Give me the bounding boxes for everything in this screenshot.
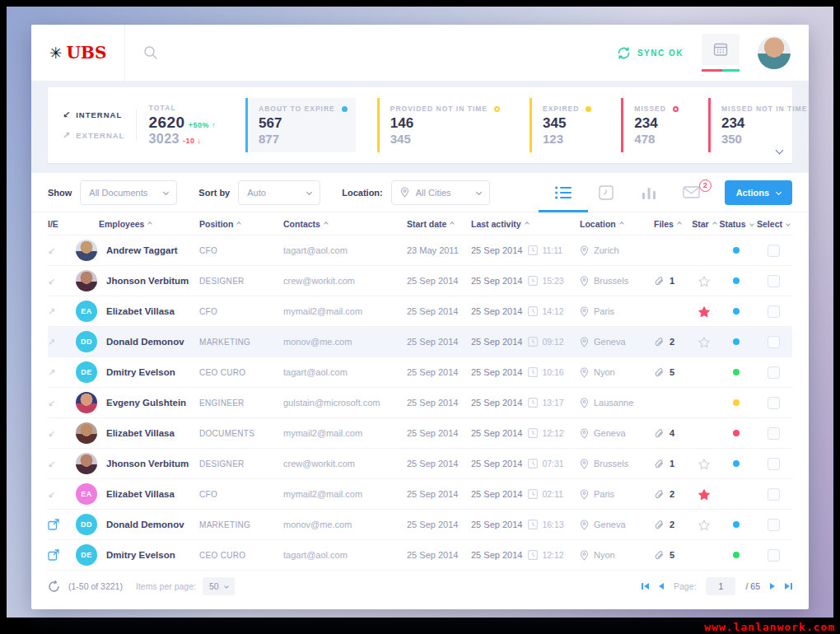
star-icon[interactable] <box>698 337 710 347</box>
stat-value: 146 <box>390 115 500 132</box>
column-header-star[interactable]: Star <box>690 219 718 229</box>
star-icon[interactable] <box>698 459 710 469</box>
ubs-logo[interactable]: ✳ UBS <box>31 25 125 81</box>
calendar-button[interactable] <box>702 34 740 72</box>
stat-card-provided-not-in-time[interactable]: PROVIDED NOT IN TIME 146 345 <box>377 98 508 152</box>
row-checkbox[interactable] <box>768 366 780 379</box>
internal-row[interactable]: ↙ INTERNAL <box>63 110 124 120</box>
column-header-contacts[interactable]: Contacts <box>283 219 407 229</box>
tab-mail-view[interactable]: 2 <box>670 173 713 212</box>
actions-button[interactable]: Actions <box>725 180 792 205</box>
external-arrow-icon: ↗ <box>48 367 55 378</box>
next-page-button[interactable] <box>770 583 775 590</box>
employee-name: Donald Demonov <box>106 520 184 529</box>
chevron-down-icon <box>163 189 169 195</box>
table-row[interactable]: ↗EAElizabet VillasaCFOmymail2@mail.com25… <box>48 296 792 327</box>
star-icon[interactable] <box>698 276 710 287</box>
sort-select[interactable]: Auto <box>238 180 320 205</box>
first-page-button[interactable] <box>642 583 649 590</box>
activity-time: 12:12 <box>542 550 563 560</box>
search-button[interactable] <box>143 45 158 60</box>
tab-chart-view[interactable] <box>628 173 670 212</box>
row-checkbox[interactable] <box>768 519 780 531</box>
row-checkbox[interactable] <box>768 245 780 257</box>
documents-select[interactable]: All Documents <box>80 180 177 205</box>
star-icon[interactable] <box>698 306 710 317</box>
employee-avatar <box>76 270 97 291</box>
next-page-icon <box>770 583 775 590</box>
envelope-icon <box>683 186 700 198</box>
row-checkbox[interactable] <box>768 458 780 470</box>
row-checkbox[interactable] <box>768 305 780 318</box>
table-row[interactable]: ↙EAElizabet VillasaCFOmymail2@mail.com25… <box>48 479 792 510</box>
clock-icon <box>528 337 538 347</box>
stats-band: ↙ INTERNAL ↗ EXTERNAL TOTAL 2620+50% ↑ 3… <box>31 81 809 173</box>
table-row[interactable]: DEDmitry EvelsonCEO CUROtagart@aol.com25… <box>48 540 792 571</box>
row-checkbox[interactable] <box>768 549 780 562</box>
clock-card-icon <box>599 185 614 200</box>
table-row[interactable]: ↗DDDonald DemonovMARKETINGmonov@me.com25… <box>48 327 792 357</box>
sync-button[interactable]: SYNC OK <box>617 46 684 60</box>
page-input[interactable] <box>706 577 735 595</box>
table-row[interactable]: ↙Evgeny GulshteinENGINEERgulstain@micros… <box>48 388 792 418</box>
column-header-employees[interactable]: Employees <box>76 219 199 229</box>
user-avatar[interactable] <box>758 36 791 69</box>
last-page-button[interactable] <box>785 583 792 590</box>
paperclip-icon <box>654 550 664 561</box>
table-row[interactable]: ↗DEDmitry EvelsonCEO CUROtagart@aol.com2… <box>48 357 792 388</box>
table-row[interactable]: ↙Jhonson VerbitumDESIGNERcrew@workit.com… <box>48 266 792 296</box>
location-pin-icon <box>580 306 589 317</box>
external-link-icon[interactable] <box>48 549 59 561</box>
row-checkbox[interactable] <box>768 427 780 440</box>
table-row[interactable]: ↙Elizabet VillasaDOCUMENTSmymail2@mail.c… <box>48 418 792 449</box>
items-per-page-select[interactable]: 50 <box>203 577 235 595</box>
stats-collapse-button[interactable] <box>777 142 782 156</box>
activity-date: 25 Sep 2014 <box>471 398 522 408</box>
column-header-files[interactable]: Files <box>654 219 690 229</box>
stat-card-missed-not-in-time[interactable]: MISSED NOT IN TIME 234 350 <box>708 98 809 152</box>
start-date: 25 Sep 2014 <box>407 398 471 408</box>
tab-timeline-view[interactable] <box>585 173 628 212</box>
column-header-select[interactable]: Select <box>754 219 792 229</box>
row-checkbox[interactable] <box>768 488 780 501</box>
ubs-keys-icon: ✳ <box>49 45 63 61</box>
employee-avatar <box>76 240 97 261</box>
column-header-last-activity[interactable]: Last activity <box>471 219 580 229</box>
column-header-position[interactable]: Position <box>199 219 283 229</box>
star-icon[interactable] <box>698 489 710 500</box>
prev-page-button[interactable] <box>659 583 664 590</box>
external-link-icon[interactable] <box>48 519 59 530</box>
stat-card-about-to-expire[interactable]: ABOUT TO EXPIRE 567 877 <box>245 98 356 152</box>
location-text: Geneva <box>594 428 626 438</box>
stat-card-expired[interactable]: EXPIRED 345 123 <box>530 98 600 152</box>
internal-arrow-icon: ↙ <box>48 489 55 500</box>
table-row[interactable]: ↙Jhonson VerbitumDESIGNERcrew@workit.com… <box>48 449 792 479</box>
table-row[interactable]: DDDonald DemonovMARKETINGmonov@me.com25 … <box>48 510 792 540</box>
clock-icon <box>528 367 538 377</box>
filter-bar: Show All Documents Sort by Auto Location… <box>31 173 809 212</box>
sort-desc-icon <box>749 221 754 226</box>
location-text: Geneva <box>594 520 626 529</box>
row-checkbox[interactable] <box>768 397 780 409</box>
column-header-status[interactable]: Status <box>718 219 754 229</box>
employee-avatar: DD <box>76 331 97 352</box>
employee-position: CFO <box>199 307 283 316</box>
column-header-location[interactable]: Location <box>580 219 654 229</box>
show-label: Show <box>48 188 72 198</box>
status-dot-blue <box>733 308 740 315</box>
stat-card-missed[interactable]: MISSED 234 478 <box>621 98 687 152</box>
stat-sub-value: 345 <box>390 132 500 146</box>
column-header-start-date[interactable]: Start date <box>407 219 471 229</box>
table-row[interactable]: ↙Andrew TaggartCFOtagart@aol.com23 May 2… <box>48 235 792 266</box>
stat-label: PROVIDED NOT IN TIME <box>390 105 488 113</box>
refresh-icon[interactable] <box>48 580 60 593</box>
yellow-outline-dot-icon <box>494 106 500 112</box>
external-row[interactable]: ↗ EXTERNAL <box>63 130 124 141</box>
prev-page-icon <box>659 583 664 590</box>
star-icon[interactable] <box>698 520 710 530</box>
row-checkbox[interactable] <box>768 275 780 287</box>
row-checkbox[interactable] <box>768 336 780 348</box>
location-select[interactable]: All Cities <box>391 180 490 205</box>
tab-list-view[interactable] <box>542 173 585 212</box>
employee-email: monov@me.com <box>283 337 407 347</box>
